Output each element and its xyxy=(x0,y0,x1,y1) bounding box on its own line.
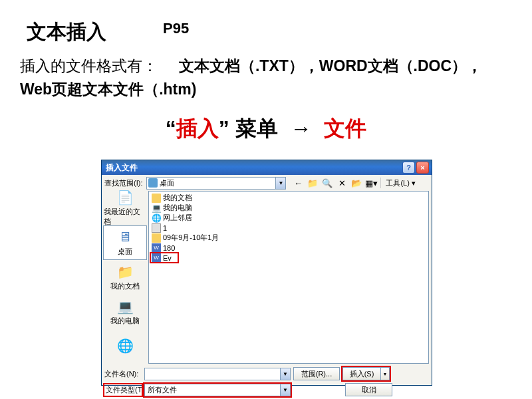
computer-icon: 💻 xyxy=(152,203,161,213)
filetype-label: 文件类型(T): xyxy=(104,384,142,396)
doc-icon: W xyxy=(152,253,161,263)
back-button[interactable]: ← xyxy=(291,176,305,190)
desktop-icon xyxy=(148,178,158,188)
insert-file-dialog: 插入文件 ? × 查找范围(I): 桌面 ▼ ← 📁 🔍 ✕ 📂 ▦▾ 工具(L… xyxy=(101,160,432,386)
file-item[interactable]: W180 xyxy=(150,243,427,253)
quote-right: ” xyxy=(219,116,229,140)
place-network[interactable]: 🌐 xyxy=(103,329,147,364)
places-bar: 📄 我最近的文档 🖥 桌面 📁 我的文档 💻 我的电脑 🌐 xyxy=(102,191,148,364)
place-desktop[interactable]: 🖥 桌面 xyxy=(103,225,147,260)
menu-file: 文件 xyxy=(324,116,366,140)
up-button[interactable]: 📁 xyxy=(306,176,319,190)
place-recent[interactable]: 📄 我最近的文档 xyxy=(103,191,147,225)
dropdown-arrow-icon: ▼ xyxy=(280,384,290,396)
place-label: 我的文档 xyxy=(110,281,140,291)
toolbar: 查找范围(I): 桌面 ▼ ← 📁 🔍 ✕ 📂 ▦▾ 工具(L) ▾ xyxy=(102,175,432,191)
computer-icon: 💻 xyxy=(116,299,134,315)
cancel-button[interactable]: 取消 xyxy=(345,383,392,396)
place-label: 桌面 xyxy=(118,247,132,257)
newfolder-button[interactable]: 📂 xyxy=(350,176,363,190)
main-area: 📄 我最近的文档 🖥 桌面 📁 我的文档 💻 我的电脑 🌐 xyxy=(102,191,432,364)
menu-insert: 插入 xyxy=(176,116,219,140)
file-item-highlighted[interactable]: WEv xyxy=(150,253,178,263)
file-item[interactable]: 09年9月-10年1月 xyxy=(150,233,427,243)
help-button[interactable]: ? xyxy=(402,162,415,174)
file-item[interactable]: 🌐网上邻居 xyxy=(150,213,427,223)
file-item[interactable]: 1 xyxy=(150,223,427,233)
dropdown-arrow-icon: ▼ xyxy=(280,368,290,380)
doc-icon: W xyxy=(152,243,161,253)
menu-path: “插入” 菜单 → 文件 xyxy=(0,114,532,144)
views-button[interactable]: ▦▾ xyxy=(364,176,378,190)
lookin-dropdown[interactable]: 桌面 ▼ xyxy=(146,177,286,190)
delete-button[interactable]: ✕ xyxy=(335,176,348,190)
slide-title: 文本插入 xyxy=(27,19,106,46)
close-button[interactable]: × xyxy=(416,162,429,174)
range-button[interactable]: 范围(R)... xyxy=(293,367,340,380)
txt-icon xyxy=(152,223,161,233)
desktop-place-icon: 🖥 xyxy=(116,229,134,245)
filetype-value: 所有文件 xyxy=(148,385,177,395)
menu-label: 菜单 xyxy=(235,116,278,140)
quote-left: “ xyxy=(166,116,176,140)
insert-dropdown-icon[interactable]: ▼ xyxy=(381,367,390,380)
file-list[interactable]: 我的文档 💻我的电脑 🌐网上邻居 1 09年9月-10年1月 W180 WEv xyxy=(148,191,429,364)
filename-label: 文件名(N): xyxy=(104,369,142,379)
filetype-dropdown[interactable]: 所有文件 ▼ xyxy=(144,384,291,396)
file-item[interactable]: 我的文档 xyxy=(150,193,427,203)
dialog-body: 查找范围(I): 桌面 ▼ ← 📁 🔍 ✕ 📂 ▦▾ 工具(L) ▾ 📄 我最近… xyxy=(102,175,432,385)
folder-icon xyxy=(152,233,161,243)
place-label: 我最近的文档 xyxy=(104,207,146,227)
folder-icon xyxy=(152,194,161,203)
desc-prefix: 插入的文件格式有： xyxy=(20,57,158,74)
description: 插入的文件格式有： 文本文档（.TXT），WORD文档（.DOC），Web页超文… xyxy=(20,55,512,100)
dropdown-arrow-icon: ▼ xyxy=(275,178,285,189)
dialog-titlebar[interactable]: 插入文件 ? × xyxy=(102,160,432,175)
filetype-row: 文件类型(T): 所有文件 ▼ 取消 xyxy=(104,382,429,398)
network-icon: 🌐 xyxy=(152,213,161,223)
filename-input[interactable]: ▼ xyxy=(144,368,291,380)
page-ref: P95 xyxy=(163,20,189,37)
arrow-icon: → xyxy=(290,116,311,140)
bottom-controls: 文件名(N): ▼ 范围(R)... 插入(S) ▼ 文件类型(T): 所有文件… xyxy=(102,364,432,399)
dialog-title: 插入文件 xyxy=(106,162,401,174)
place-computer[interactable]: 💻 我的电脑 xyxy=(103,295,147,329)
network-icon: 🌐 xyxy=(116,338,134,354)
recent-icon: 📄 xyxy=(116,190,134,205)
place-label: 我的电脑 xyxy=(110,316,140,326)
lookin-label: 查找范围(I): xyxy=(104,178,142,188)
filename-row: 文件名(N): ▼ 范围(R)... 插入(S) ▼ xyxy=(104,366,429,382)
insert-button[interactable]: 插入(S) ▼ xyxy=(342,367,390,380)
place-mydocs[interactable]: 📁 我的文档 xyxy=(103,260,147,295)
insert-button-main[interactable]: 插入(S) xyxy=(342,367,381,380)
lookin-value: 桌面 xyxy=(160,178,174,188)
search-button[interactable]: 🔍 xyxy=(321,176,334,190)
tools-menu[interactable]: 工具(L) ▾ xyxy=(384,178,418,188)
file-item[interactable]: 💻我的电脑 xyxy=(150,203,427,213)
separator xyxy=(380,178,381,188)
folder-icon: 📁 xyxy=(116,264,134,280)
